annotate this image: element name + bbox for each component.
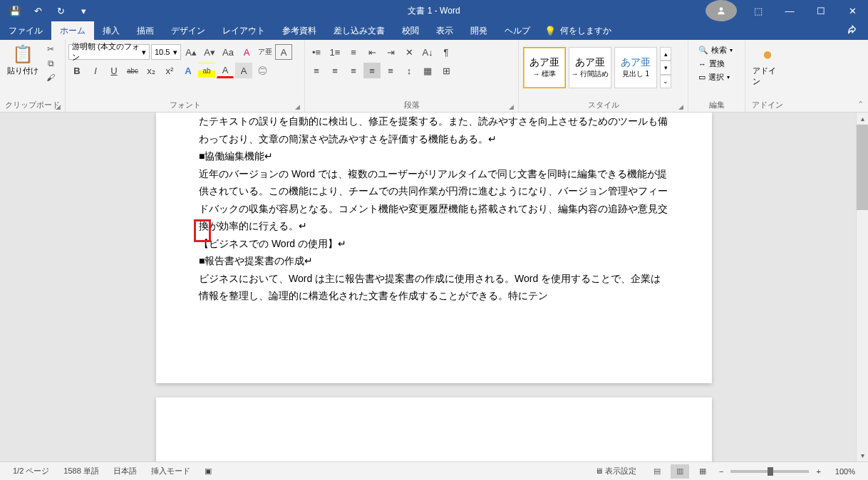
align-justify-icon[interactable]: ≡ [363, 63, 381, 78]
page-count[interactable]: 1/2 ページ [6, 466, 56, 476]
ribbon-display-options-icon[interactable]: ⬚ [743, 0, 774, 21]
zoom-handle[interactable] [768, 467, 773, 476]
phonetic-guide-icon[interactable]: ア亜 [257, 44, 274, 60]
minimize-icon[interactable]: — [774, 0, 805, 21]
macro-recording-icon[interactable]: ▣ [197, 466, 219, 476]
font-color-icon[interactable]: A [217, 63, 234, 78]
tab-draw[interactable]: 描画 [128, 21, 162, 40]
bullets-icon[interactable]: •≡ [308, 44, 325, 60]
web-layout-icon[interactable]: ▦ [693, 464, 712, 479]
style-up-icon[interactable]: ▴ [660, 47, 671, 61]
style-more-icon[interactable]: ⌄ [660, 75, 671, 88]
grow-font-icon[interactable]: A▴ [182, 44, 200, 60]
copy-icon[interactable]: ⧉ [44, 57, 57, 70]
document-body[interactable]: たテキストの誤りを自動的に検出し、修正を提案する。また、読みやすさを向上させるた… [199, 113, 669, 305]
tab-mailings[interactable]: 差し込み文書 [325, 21, 393, 40]
collapse-ribbon-icon[interactable]: ⌃ [857, 100, 864, 109]
shrink-font-icon[interactable]: A▾ [201, 44, 218, 60]
doc-line[interactable]: 【ビジネスでの Word の使用】↵ [199, 235, 669, 253]
share-button[interactable] [837, 21, 868, 40]
scroll-down-icon[interactable]: ▾ [857, 449, 868, 461]
font-size-combo[interactable]: 10.5▾ [151, 44, 181, 60]
tab-references[interactable]: 参考資料 [274, 21, 325, 40]
close-icon[interactable]: ✕ [837, 0, 868, 21]
change-case-icon[interactable]: Aa [219, 44, 237, 60]
style-heading1[interactable]: あア亜 見出し 1 [614, 47, 657, 88]
save-icon[interactable]: 💾 [6, 6, 24, 16]
redo-icon[interactable]: ↻ [51, 6, 70, 16]
tab-review[interactable]: 校閲 [393, 21, 428, 40]
enclose-characters-icon[interactable]: A [275, 44, 292, 60]
zoom-out-icon[interactable]: − [716, 467, 726, 476]
tab-help[interactable]: ヘルプ [496, 21, 539, 40]
doc-line[interactable]: ■協働編集機能↵ [199, 147, 669, 165]
align-center-icon[interactable]: ≡ [326, 63, 343, 78]
insert-mode[interactable]: 挿入モード [144, 466, 197, 476]
language[interactable]: 日本語 [106, 466, 144, 476]
borders-icon[interactable]: ⊞ [438, 63, 455, 78]
replace-button[interactable]: ↔置換 [697, 58, 734, 70]
style-no-spacing[interactable]: あア亜 → 行間詰め [569, 47, 611, 88]
styles-launcher-icon[interactable]: ◢ [678, 103, 683, 110]
zoom-in-icon[interactable]: + [813, 467, 823, 476]
scroll-track[interactable] [857, 125, 868, 449]
select-button[interactable]: ▭選択▾ [697, 71, 734, 83]
tab-developer[interactable]: 開発 [462, 21, 496, 40]
bold-icon[interactable]: B [68, 63, 86, 78]
print-layout-icon[interactable]: ▥ [671, 464, 689, 479]
doc-line[interactable]: 近年のバージョンの Word では、複数のユーザーがリアルタイムで同じ文書を同時… [199, 165, 669, 235]
subscript-icon[interactable]: x₂ [143, 63, 160, 78]
scroll-thumb[interactable] [857, 125, 868, 210]
decrease-indent-icon[interactable]: ⇤ [363, 44, 381, 60]
align-left-icon[interactable]: ≡ [308, 63, 325, 78]
tab-insert[interactable]: 挿入 [94, 21, 128, 40]
tab-view[interactable]: 表示 [428, 21, 462, 40]
doc-line[interactable]: ビジネスにおいて、Word は主に報告書や提案書の作成に使用される。Word を… [199, 270, 669, 305]
underline-icon[interactable]: U [105, 63, 123, 78]
shading-icon[interactable]: ▦ [419, 63, 436, 78]
qat-customize-icon[interactable]: ▾ [74, 6, 93, 16]
tab-design[interactable]: デザイン [162, 21, 214, 40]
zoom-level[interactable]: 100% [828, 467, 862, 476]
italic-icon[interactable]: I [87, 63, 104, 78]
account-icon[interactable] [706, 0, 737, 21]
tab-home[interactable]: ホーム [51, 21, 94, 40]
text-effects-icon[interactable]: A [180, 63, 197, 78]
find-button[interactable]: 🔍検索▾ [697, 44, 734, 56]
word-count[interactable]: 1588 単語 [56, 466, 106, 476]
distributed-icon[interactable]: ≡ [382, 63, 399, 78]
line-spacing-icon[interactable]: ↕ [401, 63, 418, 78]
strikethrough-icon[interactable]: abc [124, 63, 141, 78]
character-shading-icon[interactable]: A [235, 63, 252, 78]
sort-icon[interactable]: A↓ [419, 44, 436, 60]
font-name-combo[interactable]: 游明朝 (本文のフォン▾ [68, 44, 150, 60]
cut-icon[interactable]: ✂ [44, 43, 57, 56]
page-1[interactable]: たテキストの誤りを自動的に検出し、修正を提案する。また、読みやすさを向上させるた… [156, 113, 712, 383]
superscript-icon[interactable]: x² [161, 63, 178, 78]
tell-me-search[interactable]: 💡 何をしますか [544, 21, 611, 40]
addins-button[interactable]: ● アドイン [748, 41, 787, 90]
tab-file[interactable]: ファイル [0, 21, 51, 40]
multilevel-list-icon[interactable]: ≡ [345, 44, 362, 60]
undo-icon[interactable]: ↶ [29, 6, 47, 16]
tab-layout[interactable]: レイアウト [214, 21, 274, 40]
read-mode-icon[interactable]: ▤ [648, 464, 666, 479]
display-settings[interactable]: 🖥 表示設定 [588, 466, 644, 476]
highlight-icon[interactable]: ab [198, 63, 215, 78]
show-marks-icon[interactable]: ¶ [438, 44, 455, 60]
style-down-icon[interactable]: ▾ [660, 61, 671, 74]
character-border-icon[interactable]: ㊁ [254, 63, 271, 78]
vertical-scrollbar[interactable]: ▴ ▾ [856, 113, 868, 461]
page-2[interactable] [156, 397, 712, 461]
scroll-up-icon[interactable]: ▴ [857, 113, 868, 125]
align-right-icon[interactable]: ≡ [345, 63, 362, 78]
paragraph-launcher-icon[interactable]: ◢ [509, 103, 514, 110]
format-painter-icon[interactable]: 🖌 [44, 71, 57, 84]
asian-layout-icon[interactable]: ✕ [401, 44, 418, 60]
paste-button[interactable]: 📋 貼り付け [3, 41, 43, 79]
doc-line[interactable]: ■報告書や提案書の作成↵ [199, 252, 669, 270]
increase-indent-icon[interactable]: ⇥ [382, 44, 399, 60]
zoom-slider[interactable] [730, 470, 809, 473]
maximize-icon[interactable]: ☐ [805, 0, 837, 21]
style-normal[interactable]: あア亜 → 標準 [523, 47, 566, 88]
